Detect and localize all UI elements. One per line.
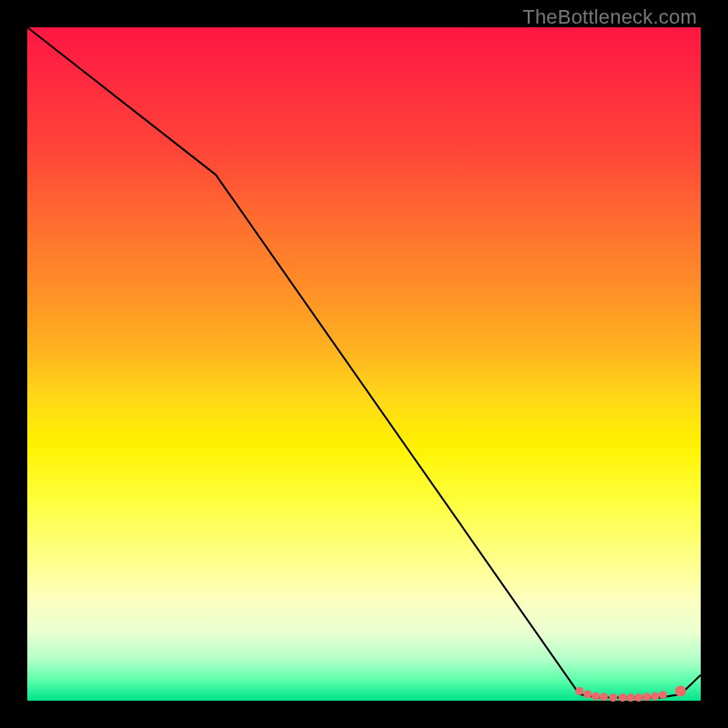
plot-gradient-background xyxy=(27,27,701,701)
chart-container: TheBottleneck.com xyxy=(0,0,728,728)
watermark-text: TheBottleneck.com xyxy=(522,5,697,29)
